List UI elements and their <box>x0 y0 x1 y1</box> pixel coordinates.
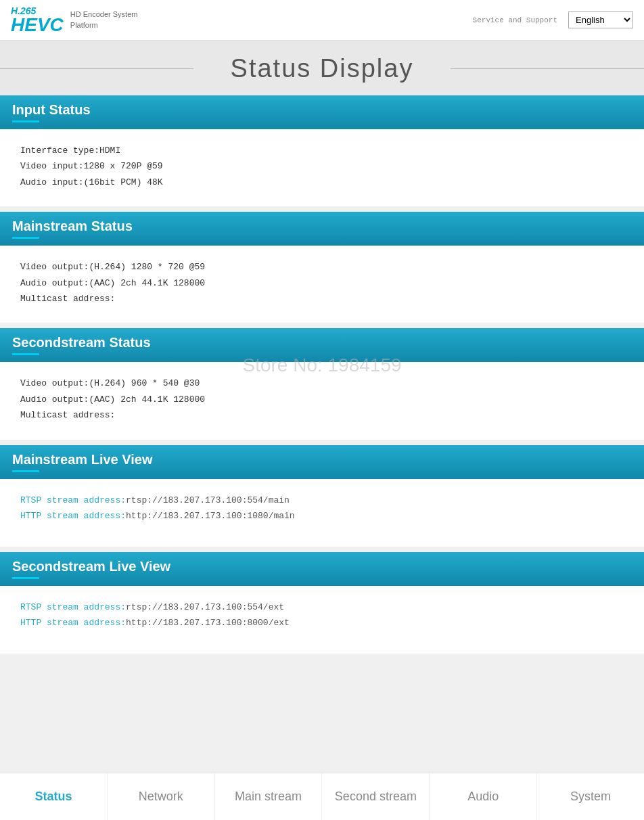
header: H.265 HEVC HD Encoder System Platform Se… <box>0 0 644 41</box>
nav-item-audio[interactable]: Audio <box>430 773 537 820</box>
page-title: Status Display <box>0 54 644 83</box>
secondstream-multicast: Multicast address: <box>20 407 624 423</box>
mainstream-audio-output: Audio output:(AAC) 2ch 44.1K 128000 <box>20 275 624 291</box>
input-status-section: Input Status Interface type:HDMI Video i… <box>0 95 644 206</box>
mainstream-status-section: Mainstream Status Video output:(H.264) 1… <box>0 212 644 323</box>
secondstream-http-value: http://183.207.173.100:8000/ext <box>126 618 290 628</box>
secondstream-rtsp-label: RTSP stream address: <box>20 602 126 612</box>
language-select[interactable]: English Chinese <box>568 12 633 28</box>
secondstream-status-section: Secondstream Status Video output:(H.264)… <box>0 328 644 439</box>
interface-type: Interface type:HDMI <box>20 143 624 158</box>
logo-subtitle: HD Encoder System Platform <box>70 9 138 30</box>
bottom-nav: Status Network Main stream Second stream… <box>0 773 644 820</box>
input-status-body: Interface type:HDMI Video input:1280 x 7… <box>0 129 644 206</box>
secondstream-http-row: HTTP stream address:http://183.207.173.1… <box>20 615 624 631</box>
secondstream-status-body: Video output:(H.264) 960 * 540 @30 Audio… <box>0 362 644 439</box>
secondstream-video-output: Video output:(H.264) 960 * 540 @30 <box>20 375 624 391</box>
video-input: Video input:1280 x 720P @59 <box>20 158 624 174</box>
mainstream-rtsp-row: RTSP stream address:rtsp://183.207.173.1… <box>20 493 624 508</box>
mainstream-rtsp-value: rtsp://183.207.173.100:554/main <box>126 495 290 505</box>
secondstream-http-label: HTTP stream address: <box>20 618 126 628</box>
nav-item-system[interactable]: System <box>537 773 644 820</box>
mainstream-live-section: Mainstream Live View RTSP stream address… <box>0 445 644 547</box>
mainstream-live-header: Mainstream Live View <box>0 445 644 479</box>
service-support-label: Service and Support <box>473 16 557 24</box>
secondstream-live-body: RTSP stream address:rtsp://183.207.173.1… <box>0 586 644 654</box>
mainstream-rtsp-label: RTSP stream address: <box>20 495 126 505</box>
audio-input: Audio input:(16bit PCM) 48K <box>20 175 624 190</box>
mainstream-multicast: Multicast address: <box>20 291 624 306</box>
mainstream-http-value: http://183.207.173.100:1080/main <box>126 511 295 521</box>
secondstream-rtsp-row: RTSP stream address:rtsp://183.207.173.1… <box>20 599 624 615</box>
logo-hevc: H.265 HEVC <box>11 6 64 35</box>
secondstream-audio-output: Audio output:(AAC) 2ch 44.1K 128000 <box>20 392 624 407</box>
secondstream-live-header: Secondstream Live View <box>0 552 644 586</box>
mainstream-status-header: Mainstream Status <box>0 212 644 246</box>
mainstream-http-row: HTTP stream address:http://183.207.173.1… <box>20 508 624 524</box>
secondstream-live-section: Secondstream Live View RTSP stream addre… <box>0 552 644 654</box>
mainstream-http-label: HTTP stream address: <box>20 511 126 521</box>
main-content: Input Status Interface type:HDMI Video i… <box>0 95 644 713</box>
nav-item-main-stream[interactable]: Main stream <box>215 773 323 820</box>
nav-item-second-stream[interactable]: Second stream <box>322 773 430 820</box>
logo-area: H.265 HEVC HD Encoder System Platform <box>11 6 137 35</box>
logo-h265-text: H.265 <box>11 6 64 16</box>
secondstream-rtsp-value: rtsp://183.207.173.100:554/ext <box>126 602 284 612</box>
mainstream-video-output: Video output:(H.264) 1280 * 720 @59 <box>20 259 624 275</box>
mainstream-live-body: RTSP stream address:rtsp://183.207.173.1… <box>0 479 644 547</box>
page-title-area: Status Display <box>0 41 644 95</box>
header-right: Service and Support English Chinese <box>473 12 633 28</box>
secondstream-status-header: Secondstream Status <box>0 328 644 362</box>
mainstream-status-body: Video output:(H.264) 1280 * 720 @59 Audi… <box>0 246 644 323</box>
nav-item-status[interactable]: Status <box>0 773 108 820</box>
nav-item-network[interactable]: Network <box>108 773 215 820</box>
input-status-header: Input Status <box>0 95 644 129</box>
